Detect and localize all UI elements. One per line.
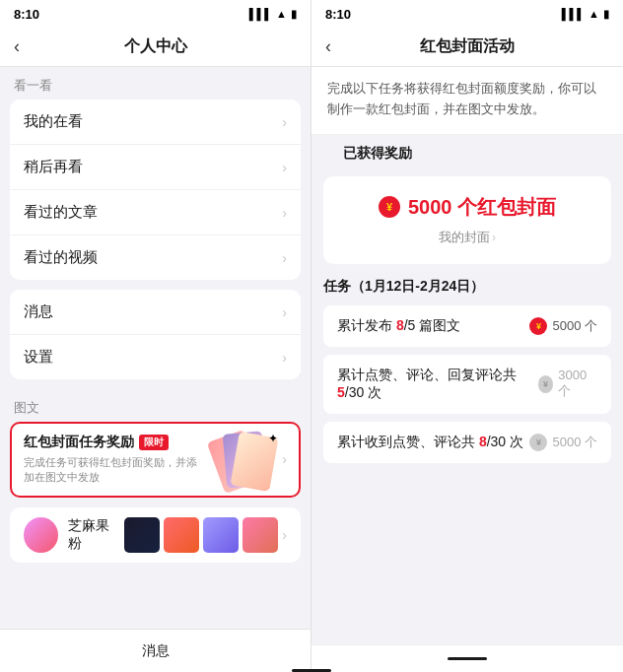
user-section[interactable]: 芝麻果粉 ›: [10, 507, 301, 563]
status-icons-left: ▌▌▌ ▲ ▮: [249, 8, 297, 21]
thumbnail-4: [242, 517, 278, 553]
right-panel: 8:10 ▌▌▌ ▲ ▮ ‹ 红包封面活动 完成以下任务将获得红包封面额度奖励，…: [312, 0, 623, 672]
chevron-icon: ›: [282, 250, 287, 266]
task-left-3: 累计收到点赞、评论共 8/30 次: [337, 434, 523, 451]
task-reward-count-3: 5000 个: [552, 434, 597, 451]
status-bar-right: 8:10 ▌▌▌ ▲ ▮: [312, 0, 623, 28]
reward-section: 已获得奖励: [312, 145, 623, 176]
task-reward-count-1: 5000 个: [552, 317, 597, 335]
red-envelope-banner[interactable]: 红包封面任务奖励 限时 完成任务可获得红包封面奖励，并添加在图文中发放 ✦ ›: [10, 422, 301, 498]
time-left: 8:10: [14, 7, 39, 22]
chevron-icon: ›: [282, 304, 287, 320]
reward-count-row: ¥ 5000 个红包封面: [379, 194, 556, 221]
reward-count-text: 5000 个红包封面: [408, 194, 556, 221]
time-right: 8:10: [325, 7, 351, 22]
task-right-1: ¥ 5000 个: [529, 317, 597, 335]
red-envelope-text: 红包封面任务奖励 限时 完成任务可获得红包封面奖励，并添加在图文中发放: [24, 434, 207, 486]
chevron-icon: ›: [282, 205, 287, 221]
reward-link[interactable]: 我的封面 ›: [439, 229, 496, 246]
task-section: 任务（1月12日-2月24日） 累计发布 8/5 篇图文 ¥ 5000 个 累计…: [312, 278, 623, 463]
misc-menu-group: 消息 › 设置 ›: [10, 290, 301, 379]
signal-icon: ▌▌▌: [562, 8, 585, 20]
task-left-1: 累计发布 8/5 篇图文: [337, 317, 460, 335]
menu-item-videos[interactable]: 看过的视频 ›: [10, 235, 301, 280]
page-title-left: 个人中心: [124, 36, 187, 57]
task-item-2: 累计点赞、评论、回复评论共 5/30 次 ¥ 3000 个: [323, 355, 611, 414]
bottom-tab-left: 消息: [0, 629, 311, 672]
avatar: [24, 517, 58, 553]
section-tuwen: 图文: [0, 389, 311, 422]
reward-card: ¥ 5000 个红包封面 我的封面 ›: [323, 176, 611, 264]
task-reward-count-2: 3000 个: [558, 368, 597, 400]
user-name: 芝麻果粉: [68, 517, 121, 553]
battery-icon: ▮: [603, 8, 609, 21]
page-title-right: 红包封面活动: [420, 36, 515, 57]
task-left-2: 累计点赞、评论、回复评论共 5/30 次: [337, 367, 538, 402]
red-envelope-title: 红包封面任务奖励 限时: [24, 434, 207, 451]
task-right-2: ¥ 3000 个: [538, 368, 597, 400]
task-name-3: 累计收到点赞、评论共 8/30 次: [337, 434, 523, 451]
sparkle-icon: ✦: [268, 432, 278, 445]
right-content: 完成以下任务将获得红包封面额度奖励，你可以制作一款红包封面，并在图文中发放。 已…: [312, 67, 623, 644]
status-icons-right: ▌▌▌ ▲ ▮: [562, 8, 609, 21]
task-name-2: 累计点赞、评论、回复评论共 5/30 次: [337, 367, 538, 402]
chevron-icon: ›: [282, 350, 287, 366]
status-bar-left: 8:10 ▌▌▌ ▲ ▮: [0, 0, 311, 28]
chevron-icon: ›: [492, 231, 496, 244]
task-item-3: 累计收到点赞、评论共 8/30 次 ¥ 5000 个: [323, 422, 611, 463]
thumbnail-3: [203, 517, 239, 553]
chevron-icon: ›: [282, 160, 287, 175]
hongbao-icon: ¥: [379, 196, 400, 218]
task-name-1: 累计发布 8/5 篇图文: [337, 317, 460, 335]
user-info: 芝麻果粉: [24, 517, 120, 553]
reward-label: 已获得奖励: [327, 145, 607, 170]
red-envelope-badge: 限时: [139, 435, 169, 450]
left-panel: 8:10 ▌▌▌ ▲ ▮ ‹ 个人中心 看一看 我的在看 › 稍后再看 › 看过…: [0, 0, 312, 672]
back-button-right[interactable]: ‹: [325, 36, 331, 57]
chevron-icon: ›: [282, 451, 287, 467]
section-kan: 看一看: [0, 67, 311, 100]
watch-menu-group: 我的在看 › 稍后再看 › 看过的文章 › 看过的视频 ›: [10, 100, 301, 280]
thumbnail-2: [164, 517, 199, 553]
task-reward-icon-1: ¥: [529, 317, 547, 335]
chevron-icon: ›: [282, 114, 287, 130]
red-envelope-desc: 完成任务可获得红包封面奖励，并添加在图文中发放: [24, 455, 207, 486]
task-reward-icon-2: ¥: [538, 375, 554, 393]
nav-bar-right: ‹ 红包封面活动: [312, 28, 623, 67]
wifi-icon: ▲: [588, 8, 599, 20]
thumbnail-1: [124, 517, 160, 553]
intro-text: 完成以下任务将获得红包封面额度奖励，你可以制作一款红包封面，并在图文中发放。: [312, 67, 623, 135]
back-button-left[interactable]: ‹: [14, 36, 20, 57]
task-right-3: ¥ 5000 个: [529, 434, 597, 451]
battery-icon: ▮: [291, 8, 297, 21]
menu-item-articles[interactable]: 看过的文章 ›: [10, 190, 301, 235]
menu-item-later[interactable]: 稍后再看 ›: [10, 145, 301, 190]
menu-item-settings[interactable]: 设置 ›: [10, 335, 301, 379]
red-envelope-image: ✦: [215, 434, 278, 485]
signal-icon: ▌▌▌: [249, 8, 272, 20]
menu-item-watching[interactable]: 我的在看 ›: [10, 100, 301, 145]
task-header: 任务（1月12日-2月24日）: [323, 278, 611, 296]
task-reward-icon-3: ¥: [529, 434, 547, 451]
chevron-icon: ›: [282, 527, 287, 543]
menu-item-messages[interactable]: 消息 ›: [10, 290, 301, 335]
task-item-1: 累计发布 8/5 篇图文 ¥ 5000 个: [323, 305, 611, 347]
nav-bar-left: ‹ 个人中心: [0, 28, 311, 67]
thumbnail-list: [124, 517, 278, 553]
bottom-bar-right: [312, 644, 623, 672]
wifi-icon: ▲: [276, 8, 287, 20]
